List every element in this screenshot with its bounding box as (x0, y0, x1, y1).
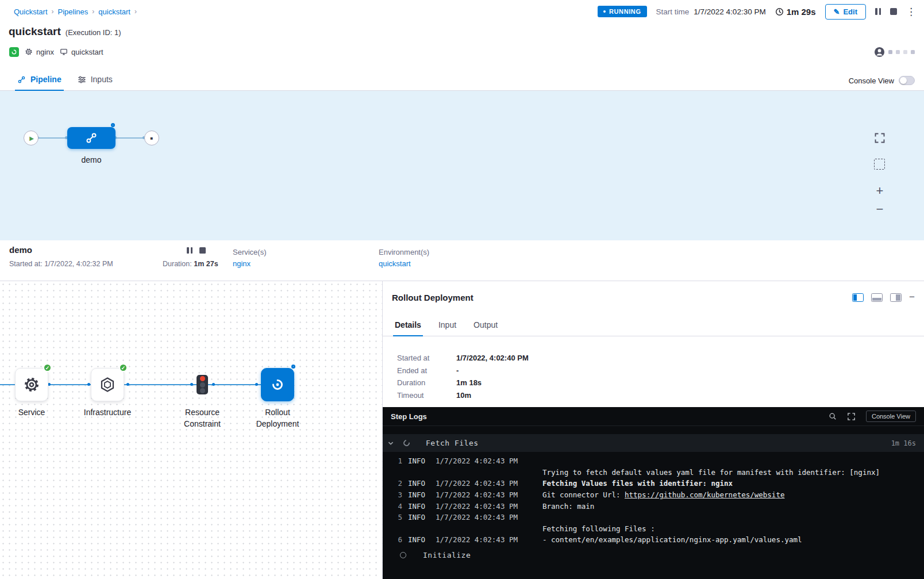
log-row: Fetching following Files : (383, 523, 924, 535)
breadcrumb-link-pipeline[interactable]: quickstart (98, 7, 130, 16)
pending-circle-icon (400, 552, 406, 558)
console-view-label: Console View (849, 76, 894, 85)
service-tag-label: nginx (36, 48, 54, 56)
marquee-select-button[interactable] (874, 159, 885, 170)
exec-node-infrastructure: ✓ Infrastructure (73, 368, 142, 418)
breadcrumb-link-project[interactable]: Quickstart (14, 7, 48, 16)
strip-square-icon (888, 50, 892, 54)
pause-execution-button[interactable] (875, 8, 881, 15)
field-label: Timeout (397, 391, 456, 400)
breadcrumb-separator: › (134, 7, 137, 16)
running-spinner-icon (291, 365, 295, 369)
breadcrumb-separator: › (92, 7, 94, 16)
strip-square-icon (896, 50, 900, 54)
more-options-button[interactable]: ⋮ (906, 7, 916, 17)
log-timestamp: 1/7/2022 4:02:43 PM (436, 535, 537, 544)
service-link[interactable]: nginx (233, 259, 267, 268)
exec-node-service: ✓ Service (0, 368, 66, 418)
service-tag: nginx (25, 48, 54, 56)
zoom-in-button[interactable]: + (873, 184, 887, 198)
log-section-initialize[interactable]: Initialize (383, 547, 924, 563)
kebab-icon: ⋮ (906, 7, 916, 17)
field-row: Started at 1/7/2022, 4:02:40 PM (397, 354, 529, 362)
tab-output[interactable]: Output (465, 313, 506, 336)
loading-spinner-icon (402, 439, 411, 447)
log-line-number: 1 (394, 457, 402, 465)
exec-node-label: Infrastructure (84, 407, 131, 418)
exec-node-rollout-deployment: Rollout Deployment (243, 368, 312, 430)
console-view-switch[interactable] (899, 76, 915, 85)
avatar[interactable] (874, 47, 885, 57)
services-label: Service(s) (233, 248, 267, 256)
service-step-node[interactable] (15, 368, 48, 401)
pipeline-end-node[interactable]: ■ (144, 131, 159, 145)
environment-icon (60, 48, 68, 56)
infrastructure-step-node[interactable] (91, 368, 124, 401)
log-message: Git connector Url: https://github.com/ku… (542, 490, 924, 499)
log-link[interactable]: https://github.com/kubernetes/website (625, 490, 784, 499)
log-row: Trying to fetch default values yaml file… (383, 467, 924, 478)
tab-input[interactable]: Input (430, 313, 465, 336)
log-message: Branch: main (542, 502, 924, 511)
stage-pause-button[interactable] (187, 247, 192, 254)
log-line-number: 6 (394, 535, 402, 544)
minimize-panel-button[interactable]: − (909, 292, 915, 303)
edit-button[interactable]: ✎ Edit (825, 4, 866, 20)
strip-square-icon (911, 50, 915, 54)
log-timestamp: 1/7/2022 4:02:43 PM (436, 513, 537, 522)
status-badge: RUNNING (598, 6, 647, 17)
rollout-icon (270, 377, 285, 392)
log-level: INFO (408, 490, 430, 499)
console-view-toggle-group: Console View (849, 76, 915, 90)
tab-inputs[interactable]: Inputs (70, 75, 121, 90)
gear-icon (23, 376, 40, 393)
fullscreen-button[interactable] (872, 130, 888, 146)
layout-bottom-panel-icon[interactable] (871, 293, 883, 302)
pipeline-start-node[interactable]: ▶ (24, 131, 38, 145)
environment-link[interactable]: quickstart (379, 259, 429, 268)
strip-square-icon (903, 50, 907, 54)
resource-constraint-node[interactable] (197, 368, 208, 401)
layout-full-panel-icon[interactable] (890, 293, 902, 302)
log-timestamp: 1/7/2022 4:02:43 PM (436, 490, 537, 499)
log-section-name: Fetch Files (426, 439, 479, 447)
log-message-text: Git connector Url: (542, 490, 625, 499)
step-logs-header: Step Logs Console View (383, 407, 924, 426)
exec-node-label: Service (18, 407, 45, 418)
log-row: 2 INFO 1/7/2022 4:02:43 PM Fetching Valu… (383, 478, 924, 489)
step-details-panel: Rollout Deployment − Details Input Outpu… (382, 281, 924, 579)
logs-search-button[interactable] (829, 412, 837, 420)
log-line-number: 4 (394, 502, 402, 511)
graph-edge (115, 137, 145, 139)
started-at-label: Started at: (9, 260, 43, 268)
expand-icon (847, 412, 856, 421)
abort-execution-button[interactable] (890, 8, 897, 15)
field-row: Duration 1m 18s (397, 378, 529, 387)
zoom-out-button[interactable]: − (873, 202, 887, 216)
stage-stop-button[interactable] (199, 247, 206, 254)
stage-environments: Environment(s) quickstart (379, 248, 429, 268)
log-section-fetch-files[interactable]: Fetch Files 1m 16s (383, 434, 924, 452)
logs-expand-button[interactable] (847, 412, 856, 421)
page-title: quickstart (9, 25, 61, 38)
field-value: 10m (456, 391, 471, 400)
duration-value: 1m 27s (194, 260, 218, 268)
execution-id: (Execution ID: 1) (66, 28, 121, 37)
sliders-icon (78, 75, 86, 84)
stage-node-demo[interactable] (67, 127, 116, 149)
log-level: INFO (408, 535, 430, 544)
stop-square-icon: ■ (151, 136, 153, 141)
log-line-number: 2 (394, 479, 402, 488)
layout-right-panel-icon[interactable] (852, 293, 864, 302)
logs-console-view-button[interactable]: Console View (866, 411, 916, 422)
title-row: quickstart (Execution ID: 1) (9, 25, 121, 38)
field-row: Ended at - (397, 366, 529, 375)
tab-details[interactable]: Details (386, 313, 430, 336)
edit-pencil-icon: ✎ (834, 7, 840, 16)
tab-input-label: Input (438, 320, 456, 329)
breadcrumb-link-pipelines[interactable]: Pipelines (58, 7, 88, 16)
field-label: Duration (397, 378, 456, 387)
rollout-deployment-node[interactable] (261, 368, 294, 401)
tab-pipeline[interactable]: Pipeline (9, 75, 70, 90)
pipeline-stage-graph: ▶ ■ demo + − (0, 91, 924, 240)
